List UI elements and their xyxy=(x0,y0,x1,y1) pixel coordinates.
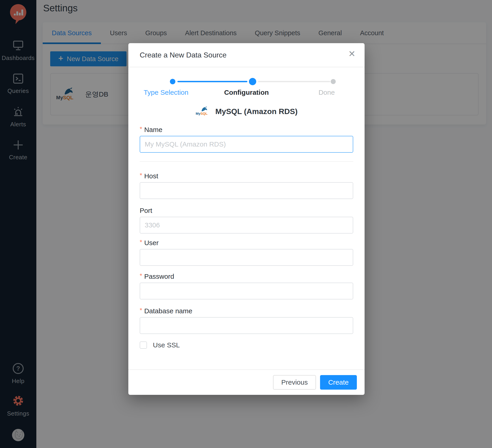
database-name-input[interactable] xyxy=(140,317,353,334)
previous-button[interactable]: Previous xyxy=(273,375,316,390)
step-label-done: Done xyxy=(318,89,335,96)
step-label-configuration: Configuration xyxy=(224,89,269,96)
database-name-field-label: * Database name xyxy=(140,307,353,315)
host-field-label: * Host xyxy=(140,172,353,180)
user-input[interactable] xyxy=(140,249,353,266)
port-field-label: Port xyxy=(140,207,353,214)
step-connector-completed xyxy=(177,81,247,82)
name-field-label: * Name xyxy=(140,126,353,134)
step-connector-upcoming xyxy=(258,81,330,82)
required-asterisk: * xyxy=(140,126,142,132)
modal-title: Create a New Data Source xyxy=(140,51,226,59)
field-label-text: Port xyxy=(140,207,152,214)
svg-text:MySQL.: MySQL. xyxy=(195,112,208,115)
create-data-source-modal: Create a New Data Source ✕ Type Selectio… xyxy=(128,43,365,395)
mysql-logo-icon: MySQL. xyxy=(195,105,212,118)
field-label-text: Password xyxy=(144,273,174,280)
modal-header: Create a New Data Source ✕ xyxy=(128,43,365,67)
port-input[interactable] xyxy=(140,217,353,234)
mysql-wordmark-my: My xyxy=(195,112,201,115)
data-source-type-heading: MySQL. MySQL (Amazon RDS) xyxy=(140,105,353,118)
required-asterisk: * xyxy=(140,239,142,245)
use-ssl-label: Use SSL xyxy=(153,341,180,349)
use-ssl-row: Use SSL xyxy=(140,341,353,349)
name-input[interactable] xyxy=(140,136,353,153)
required-asterisk: * xyxy=(140,172,142,178)
mysql-wordmark-dot: . xyxy=(207,113,208,115)
data-source-type-title: MySQL (Amazon RDS) xyxy=(215,107,297,116)
wizard-steps: Type Selection Configuration Done xyxy=(140,75,353,99)
field-label-text: Database name xyxy=(144,307,192,315)
user-field-label: * User xyxy=(140,239,353,247)
modal-body: Type Selection Configuration Done MySQL.… xyxy=(128,75,365,349)
step-dot-configuration xyxy=(249,78,256,85)
step-dot-done xyxy=(331,79,336,84)
mysql-wordmark-sql: SQL xyxy=(200,112,207,115)
form-divider xyxy=(140,161,353,162)
required-asterisk: * xyxy=(140,307,142,313)
required-asterisk: * xyxy=(140,273,142,279)
password-input[interactable] xyxy=(140,283,353,299)
create-button[interactable]: Create xyxy=(320,375,357,390)
modal-footer: Previous Create xyxy=(128,369,365,395)
step-dot-type-selection[interactable] xyxy=(170,79,175,84)
field-label-text: Host xyxy=(144,172,158,180)
field-label-text: User xyxy=(144,239,159,247)
use-ssl-checkbox[interactable] xyxy=(140,342,147,349)
host-input[interactable] xyxy=(140,182,353,199)
field-label-text: Name xyxy=(144,126,162,134)
close-icon[interactable]: ✕ xyxy=(348,50,356,58)
password-field-label: * Password xyxy=(140,273,353,280)
step-label-type-selection[interactable]: Type Selection xyxy=(144,89,189,96)
